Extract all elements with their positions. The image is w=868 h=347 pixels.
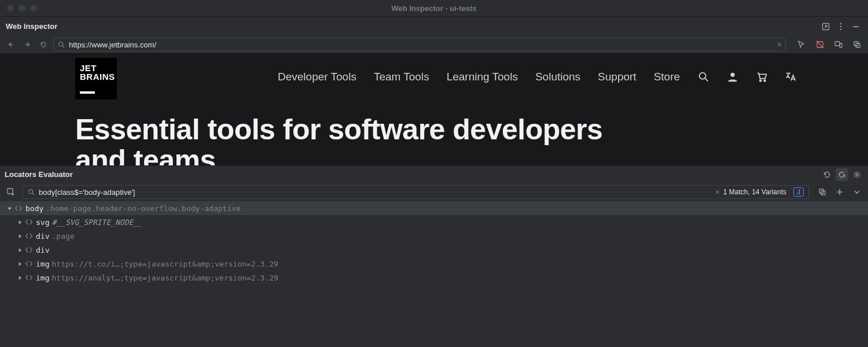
page-preview[interactable]: JET BRAINS Developer Tools Team Tools Le…: [0, 53, 868, 165]
site-action-icons: [697, 71, 797, 85]
address-bar[interactable]: ×: [53, 38, 786, 51]
tag-meta: https://t.co/i…;type=javascript&amp;vers…: [52, 260, 278, 268]
copy-icon[interactable]: [851, 38, 863, 51]
dom-row[interactable]: div .page: [0, 229, 868, 243]
chevron-right-icon[interactable]: [16, 275, 23, 280]
inspector-toolbar: Web Inspector: [0, 16, 868, 36]
tag-name: div: [36, 246, 49, 254]
tag-icon: [14, 204, 23, 212]
forward-button[interactable]: [21, 38, 34, 51]
search-icon[interactable]: [697, 71, 710, 85]
svg-point-12: [760, 80, 762, 82]
svg-point-13: [764, 80, 766, 82]
search-icon: [27, 188, 35, 196]
clear-query-icon[interactable]: ×: [715, 187, 720, 197]
nav-learning-tools[interactable]: Learning Tools: [447, 71, 518, 83]
match-count: 1 Match, 14 Variants: [723, 188, 790, 196]
cursor-tool-icon[interactable]: [795, 38, 808, 51]
dom-row[interactable]: div: [0, 243, 868, 257]
dom-tree[interactable]: body .home-page.header-no-overflow.body-…: [0, 201, 868, 347]
window-title: Web Inspector - ui-tests: [0, 4, 868, 13]
locator-query-field[interactable]: × 1 Match, 14 Variants J: [22, 185, 809, 199]
tag-meta: #__SVG_SPRITE_NODE__: [52, 218, 142, 227]
tag-icon: [25, 274, 33, 282]
logo-line-1: JET: [80, 64, 112, 72]
nav-support[interactable]: Support: [598, 71, 637, 83]
panel-title: Web Inspector: [6, 22, 57, 31]
add-locator-icon[interactable]: [833, 186, 846, 198]
settings-icon[interactable]: [851, 168, 863, 181]
clear-address-icon[interactable]: ×: [777, 40, 782, 49]
svg-point-11: [730, 73, 734, 77]
chevron-down-icon[interactable]: [851, 186, 863, 198]
nav-solutions[interactable]: Solutions: [535, 71, 580, 83]
svg-point-10: [700, 73, 706, 79]
tag-icon: [25, 218, 33, 226]
close-window-button[interactable]: [7, 5, 14, 12]
tag-icon: [25, 246, 33, 254]
java-badge-icon[interactable]: J: [793, 187, 804, 197]
site-nav: Developer Tools Team Tools Learning Tool…: [278, 71, 680, 83]
logo-bar: [80, 91, 95, 94]
locators-toolbar: Locators Evaluator: [0, 165, 868, 183]
hero-line-1: Essential tools for software developers: [75, 115, 602, 145]
address-input[interactable]: [69, 40, 774, 49]
dom-row[interactable]: img https://t.co/i…;type=javascript&amp;…: [0, 257, 868, 271]
back-button[interactable]: [5, 38, 17, 51]
dom-row[interactable]: img https://analyt…;type=javascript&amp;…: [0, 271, 868, 285]
locator-query-input[interactable]: [39, 188, 712, 197]
tag-name: img: [36, 260, 49, 268]
svg-point-3: [840, 28, 841, 29]
tag-name: div: [36, 232, 49, 241]
chevron-right-icon[interactable]: [16, 220, 23, 225]
refresh-locators-icon[interactable]: [821, 168, 833, 181]
nav-store[interactable]: Store: [654, 71, 680, 83]
locators-title: Locators Evaluator: [5, 170, 73, 179]
svg-point-2: [840, 25, 841, 27]
svg-point-1: [840, 23, 841, 24]
account-icon[interactable]: [726, 71, 739, 85]
window-controls: [0, 5, 37, 12]
tag-icon: [25, 260, 33, 268]
browser-nav-row: ×: [0, 36, 868, 53]
jetbrains-logo[interactable]: JET BRAINS: [75, 58, 117, 99]
dom-row[interactable]: svg #__SVG_SPRITE_NODE__: [0, 215, 868, 229]
tag-name: svg: [36, 218, 49, 227]
export-icon[interactable]: [819, 20, 832, 33]
search-icon: [57, 40, 65, 49]
svg-point-16: [29, 190, 33, 194]
copy-locator-icon[interactable]: [816, 186, 829, 198]
svg-point-14: [856, 174, 858, 176]
chevron-right-icon[interactable]: [16, 261, 23, 267]
kebab-menu-icon[interactable]: [834, 20, 847, 33]
minimize-panel-icon[interactable]: [849, 20, 862, 33]
nav-developer-tools[interactable]: Developer Tools: [278, 71, 356, 83]
sync-locators-icon[interactable]: [836, 168, 848, 181]
logo-line-2: BRAINS: [80, 72, 112, 81]
devices-icon[interactable]: [832, 38, 845, 51]
tag-meta: .home-page.header-no-overflow.body-adapt…: [46, 204, 241, 213]
hero-headline: Essential tools for software developers …: [75, 115, 602, 165]
tag-name: body: [25, 204, 43, 213]
nav-team-tools[interactable]: Team Tools: [374, 71, 429, 83]
hero-line-2: and teams: [75, 145, 602, 166]
svg-point-4: [59, 42, 63, 46]
tag-meta: .page: [52, 232, 74, 241]
chevron-right-icon[interactable]: [16, 248, 23, 253]
chevron-down-icon[interactable]: [6, 206, 13, 211]
minimize-window-button[interactable]: [19, 5, 25, 12]
tag-meta: https://analyt…;type=javascript&amp;vers…: [52, 274, 278, 282]
locator-query-row: × 1 Match, 14 Variants J: [0, 183, 868, 201]
dom-row[interactable]: body .home-page.header-no-overflow.body-…: [0, 201, 868, 215]
svg-rect-6: [835, 42, 840, 46]
chevron-right-icon[interactable]: [16, 234, 23, 239]
screenshot-crossed-icon[interactable]: [814, 38, 826, 51]
language-icon[interactable]: [784, 71, 797, 85]
element-picker-icon[interactable]: [5, 186, 17, 198]
cart-icon[interactable]: [755, 71, 768, 85]
zoom-window-button[interactable]: [30, 5, 37, 12]
tag-name: img: [36, 274, 49, 282]
reload-button[interactable]: [37, 38, 50, 51]
window-titlebar: Web Inspector - ui-tests: [0, 0, 868, 16]
tag-icon: [25, 232, 33, 240]
